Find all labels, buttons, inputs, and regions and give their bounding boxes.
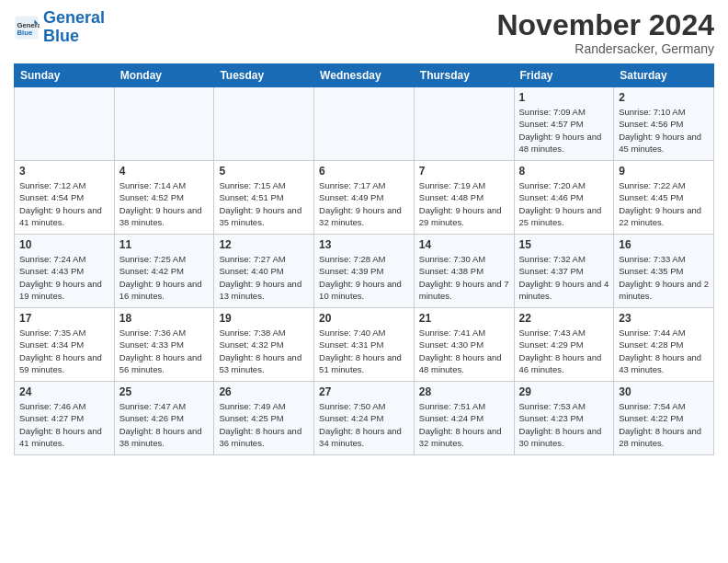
header-monday: Monday [114,64,214,87]
table-row: 2Sunrise: 7:10 AM Sunset: 4:56 PM Daylig… [614,87,714,161]
day-info: Sunrise: 7:38 AM Sunset: 4:32 PM Dayligh… [219,327,309,375]
day-info: Sunrise: 7:19 AM Sunset: 4:48 PM Dayligh… [419,179,509,228]
day-info: Sunrise: 7:12 AM Sunset: 4:54 PM Dayligh… [19,179,109,228]
day-info: Sunrise: 7:40 AM Sunset: 4:31 PM Dayligh… [319,327,409,375]
table-row: 30Sunrise: 7:54 AM Sunset: 4:22 PM Dayli… [614,382,714,455]
table-row: 21Sunrise: 7:41 AM Sunset: 4:30 PM Dayli… [414,308,514,382]
day-number: 15 [519,238,609,251]
logo-icon: General Blue [14,15,40,40]
day-number: 13 [319,238,409,251]
header-tuesday: Tuesday [214,64,314,87]
table-row: 26Sunrise: 7:49 AM Sunset: 4:25 PM Dayli… [214,382,314,455]
logo-line1: General [43,8,105,27]
table-row [114,87,214,161]
page-container: General Blue General Blue November 2024 … [0,0,728,460]
day-info: Sunrise: 7:43 AM Sunset: 4:29 PM Dayligh… [519,327,609,375]
day-number: 7 [419,165,509,178]
day-info: Sunrise: 7:09 AM Sunset: 4:57 PM Dayligh… [519,106,609,155]
logo-line2: Blue [43,27,79,45]
day-number: 1 [519,91,609,104]
page-header: General Blue General Blue November 2024 … [14,9,714,56]
table-row: 29Sunrise: 7:53 AM Sunset: 4:23 PM Dayli… [514,382,614,455]
day-number: 28 [419,385,509,398]
day-number: 5 [219,165,309,178]
table-row: 27Sunrise: 7:50 AM Sunset: 4:24 PM Dayli… [314,382,415,455]
day-number: 11 [119,238,210,251]
table-row: 18Sunrise: 7:36 AM Sunset: 4:33 PM Dayli… [114,308,214,382]
table-row: 25Sunrise: 7:47 AM Sunset: 4:26 PM Dayli… [114,382,214,455]
table-row: 15Sunrise: 7:32 AM Sunset: 4:37 PM Dayli… [514,235,614,308]
day-info: Sunrise: 7:36 AM Sunset: 4:33 PM Dayligh… [119,327,210,375]
day-info: Sunrise: 7:22 AM Sunset: 4:45 PM Dayligh… [619,179,709,228]
calendar-week-1: 1Sunrise: 7:09 AM Sunset: 4:57 PM Daylig… [15,87,714,161]
table-row: 1Sunrise: 7:09 AM Sunset: 4:57 PM Daylig… [514,87,614,161]
table-row [15,87,115,161]
svg-text:Blue: Blue [17,29,33,37]
day-info: Sunrise: 7:10 AM Sunset: 4:56 PM Dayligh… [619,106,709,155]
day-number: 23 [619,312,709,325]
table-row: 24Sunrise: 7:46 AM Sunset: 4:27 PM Dayli… [15,382,115,455]
day-number: 17 [19,312,109,325]
day-number: 26 [219,385,309,398]
day-number: 16 [619,238,709,251]
day-number: 20 [319,312,409,325]
day-info: Sunrise: 7:28 AM Sunset: 4:39 PM Dayligh… [319,253,409,302]
table-row: 6Sunrise: 7:17 AM Sunset: 4:49 PM Daylig… [314,161,415,235]
day-info: Sunrise: 7:47 AM Sunset: 4:26 PM Dayligh… [119,400,210,449]
calendar-week-3: 10Sunrise: 7:24 AM Sunset: 4:43 PM Dayli… [15,235,714,308]
day-number: 12 [219,238,309,251]
day-info: Sunrise: 7:27 AM Sunset: 4:40 PM Dayligh… [219,253,309,302]
header-wednesday: Wednesday [314,64,415,87]
title-block: November 2024 Randersacker, Germany [496,9,714,56]
day-info: Sunrise: 7:15 AM Sunset: 4:51 PM Dayligh… [219,179,309,228]
day-info: Sunrise: 7:35 AM Sunset: 4:34 PM Dayligh… [19,327,109,375]
calendar-week-5: 24Sunrise: 7:46 AM Sunset: 4:27 PM Dayli… [15,382,714,455]
table-row: 19Sunrise: 7:38 AM Sunset: 4:32 PM Dayli… [214,308,314,382]
day-info: Sunrise: 7:20 AM Sunset: 4:46 PM Dayligh… [519,179,609,228]
table-row [314,87,415,161]
day-number: 24 [19,385,109,398]
day-number: 3 [19,165,109,178]
day-info: Sunrise: 7:30 AM Sunset: 4:38 PM Dayligh… [419,253,509,302]
calendar-week-4: 17Sunrise: 7:35 AM Sunset: 4:34 PM Dayli… [15,308,714,382]
day-number: 19 [219,312,309,325]
logo: General Blue General Blue [14,9,105,46]
table-row: 22Sunrise: 7:43 AM Sunset: 4:29 PM Dayli… [514,308,614,382]
day-number: 21 [419,312,509,325]
day-info: Sunrise: 7:25 AM Sunset: 4:42 PM Dayligh… [119,253,210,302]
day-number: 9 [619,165,709,178]
table-row: 16Sunrise: 7:33 AM Sunset: 4:35 PM Dayli… [614,235,714,308]
day-info: Sunrise: 7:51 AM Sunset: 4:24 PM Dayligh… [419,400,509,449]
table-row: 12Sunrise: 7:27 AM Sunset: 4:40 PM Dayli… [214,235,314,308]
month-title: November 2024 [496,9,714,41]
day-info: Sunrise: 7:54 AM Sunset: 4:22 PM Dayligh… [619,400,709,449]
header-sunday: Sunday [15,64,115,87]
table-row: 5Sunrise: 7:15 AM Sunset: 4:51 PM Daylig… [214,161,314,235]
table-row [414,87,514,161]
table-row: 17Sunrise: 7:35 AM Sunset: 4:34 PM Dayli… [15,308,115,382]
location: Randersacker, Germany [496,41,714,56]
table-row: 4Sunrise: 7:14 AM Sunset: 4:52 PM Daylig… [114,161,214,235]
table-row: 20Sunrise: 7:40 AM Sunset: 4:31 PM Dayli… [314,308,415,382]
header-saturday: Saturday [614,64,714,87]
day-info: Sunrise: 7:33 AM Sunset: 4:35 PM Dayligh… [619,253,709,302]
day-info: Sunrise: 7:53 AM Sunset: 4:23 PM Dayligh… [519,400,609,449]
table-row: 28Sunrise: 7:51 AM Sunset: 4:24 PM Dayli… [414,382,514,455]
calendar-header-row: Sunday Monday Tuesday Wednesday Thursday… [15,64,714,87]
header-thursday: Thursday [414,64,514,87]
day-number: 8 [519,165,609,178]
day-number: 29 [519,385,609,398]
calendar-week-2: 3Sunrise: 7:12 AM Sunset: 4:54 PM Daylig… [15,161,714,235]
day-number: 4 [119,165,210,178]
day-info: Sunrise: 7:49 AM Sunset: 4:25 PM Dayligh… [219,400,309,449]
table-row: 7Sunrise: 7:19 AM Sunset: 4:48 PM Daylig… [414,161,514,235]
day-number: 27 [319,385,409,398]
header-friday: Friday [514,64,614,87]
logo-text: General Blue [43,9,105,46]
day-info: Sunrise: 7:50 AM Sunset: 4:24 PM Dayligh… [319,400,409,449]
table-row [214,87,314,161]
table-row: 8Sunrise: 7:20 AM Sunset: 4:46 PM Daylig… [514,161,614,235]
day-info: Sunrise: 7:24 AM Sunset: 4:43 PM Dayligh… [19,253,109,302]
day-info: Sunrise: 7:32 AM Sunset: 4:37 PM Dayligh… [519,253,609,302]
table-row: 10Sunrise: 7:24 AM Sunset: 4:43 PM Dayli… [15,235,115,308]
